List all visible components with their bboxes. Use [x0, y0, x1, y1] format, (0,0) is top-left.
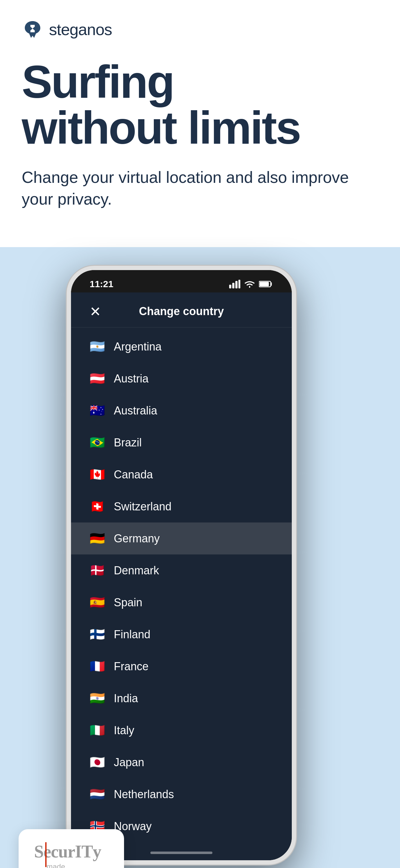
country-name-switzerland: Switzerland [114, 500, 171, 513]
phone-mockup: 11:21 [67, 266, 296, 865]
phone-shell: 11:21 [67, 266, 296, 865]
list-item[interactable]: 🇦🇹 Austria [71, 363, 292, 395]
list-item[interactable]: 🇫🇮 Finland [71, 618, 292, 650]
wifi-icon [244, 280, 255, 288]
list-item[interactable]: 🇧🇷 Brazil [71, 427, 292, 459]
country-list[interactable]: 🇦🇷 Argentina 🇦🇹 Austria 🇦🇺 Australia [71, 328, 292, 845]
hero-title-line1: Surfing [22, 56, 174, 107]
svg-rect-5 [260, 282, 269, 286]
list-item[interactable]: 🇪🇸 Spain [71, 586, 292, 618]
list-item[interactable]: 🇮🇹 Italy [71, 714, 292, 746]
security-y: y [93, 842, 101, 862]
country-name-austria: Austria [114, 372, 148, 385]
status-time: 11:21 [90, 279, 113, 289]
phone-status-bar: 11:21 [71, 270, 292, 292]
security-made-in: made in Germany [46, 862, 108, 868]
country-screen-header: ✕ Change country [71, 292, 292, 328]
security-text: Secur [34, 842, 75, 862]
flag-germany: 🇩🇪 [90, 531, 105, 546]
logo-text: steganos [49, 20, 112, 39]
home-indicator [151, 851, 212, 854]
svg-rect-3 [238, 280, 240, 288]
security-red-bar [45, 842, 46, 867]
flag-switzerland: 🇨🇭 [90, 499, 105, 514]
phone-screen: ✕ Change country 🇦🇷 Argentina 🇦🇹 Austria [71, 292, 292, 860]
flag-italy: 🇮🇹 [90, 723, 105, 738]
hero-subtitle: Change your virtual location and also im… [22, 166, 378, 210]
steganos-logo-icon [22, 19, 43, 40]
flag-india: 🇮🇳 [90, 691, 105, 706]
screen-title: Change country [139, 305, 224, 318]
list-item[interactable]: 🇦🇷 Argentina [71, 331, 292, 363]
security-IT: I [75, 842, 81, 862]
svg-rect-2 [235, 281, 237, 288]
security-badge: Secur I T y made in Germany [19, 829, 124, 868]
flag-denmark: 🇩🇰 [90, 563, 105, 578]
list-item[interactable]: 🇩🇰 Denmark [71, 554, 292, 586]
list-item[interactable]: 🇨🇭 Switzerland [71, 491, 292, 523]
country-name-canada: Canada [114, 468, 153, 481]
country-name-germany: Germany [114, 532, 160, 545]
flag-spain: 🇪🇸 [90, 595, 105, 610]
flag-canada: 🇨🇦 [90, 467, 105, 482]
flag-argentina: 🇦🇷 [90, 339, 105, 354]
flag-france: 🇫🇷 [90, 659, 105, 674]
status-icons [229, 280, 273, 288]
top-section: steganos Surfing without limits Change y… [0, 0, 400, 247]
list-item[interactable]: 🇯🇵 Japan [71, 746, 292, 778]
list-item[interactable]: 🇳🇱 Netherlands [71, 778, 292, 810]
list-item[interactable]: 🇫🇷 France [71, 650, 292, 682]
list-item[interactable]: 🇮🇳 India [71, 682, 292, 714]
list-item[interactable]: 🇦🇺 Australia [71, 395, 292, 427]
country-name-france: France [114, 660, 148, 673]
flag-austria: 🇦🇹 [90, 371, 105, 386]
list-item-germany[interactable]: 🇩🇪 Germany [71, 523, 292, 554]
country-name-denmark: Denmark [114, 564, 159, 577]
flag-netherlands: 🇳🇱 [90, 787, 105, 802]
page-wrapper: steganos Surfing without limits Change y… [0, 0, 400, 868]
flag-finland: 🇫🇮 [90, 627, 105, 642]
svg-rect-0 [229, 285, 231, 288]
logo-area: steganos [22, 19, 378, 40]
signal-icon [229, 280, 240, 288]
country-name-india: India [114, 692, 138, 705]
country-name-spain: Spain [114, 596, 142, 609]
blue-section: 11:21 [0, 247, 400, 868]
list-item[interactable]: 🇨🇦 Canada [71, 459, 292, 491]
country-name-italy: Italy [114, 724, 134, 737]
hero-title: Surfing without limits [22, 59, 378, 151]
flag-australia: 🇦🇺 [90, 403, 105, 418]
flag-brazil: 🇧🇷 [90, 435, 105, 450]
close-button[interactable]: ✕ [90, 304, 101, 319]
country-name-finland: Finland [114, 628, 151, 641]
country-name-brazil: Brazil [114, 436, 142, 449]
flag-japan: 🇯🇵 [90, 755, 105, 770]
hero-title-line2: without limits [22, 102, 300, 153]
battery-icon [259, 280, 273, 288]
svg-rect-1 [232, 283, 234, 288]
country-name-netherlands: Netherlands [114, 788, 174, 801]
country-name-argentina: Argentina [114, 340, 162, 353]
country-name-japan: Japan [114, 756, 144, 769]
security-T: T [81, 842, 93, 862]
country-name-australia: Australia [114, 404, 157, 417]
